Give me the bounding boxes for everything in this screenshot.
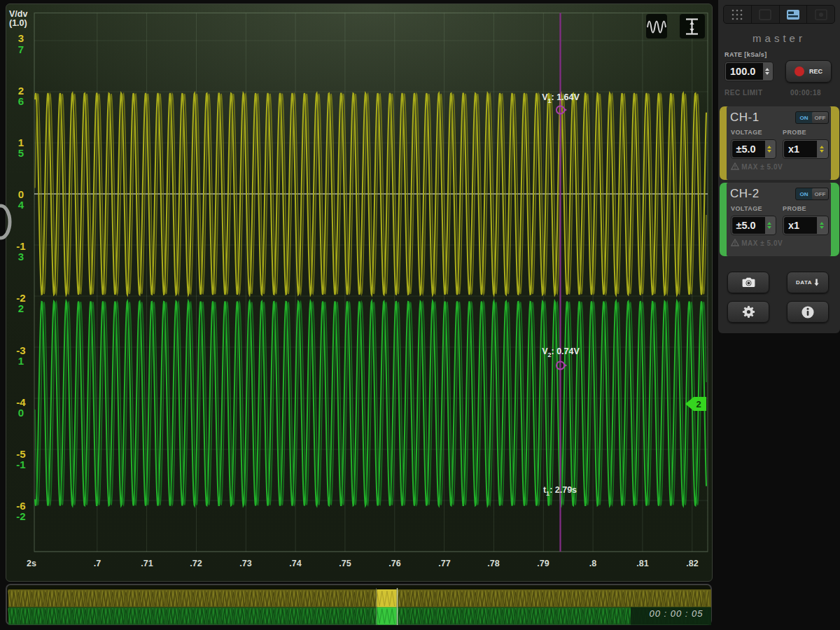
svg-text:2: 2 [696,399,701,410]
